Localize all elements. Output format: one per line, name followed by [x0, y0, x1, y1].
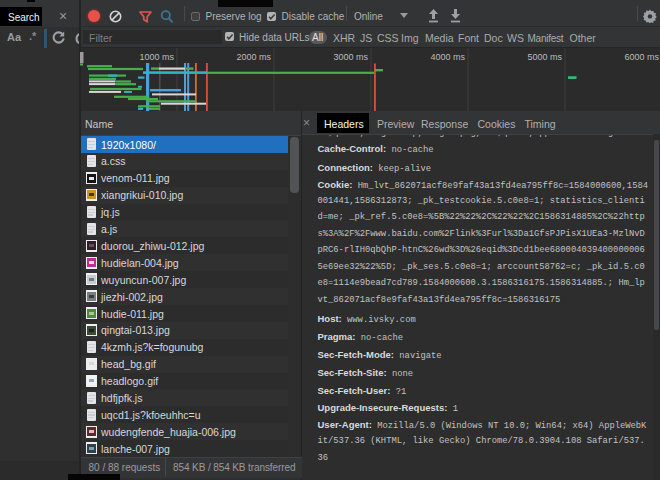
svg-text:1000 ms: 1000 ms — [139, 52, 174, 62]
svg-text:3000 ms: 3000 ms — [333, 52, 368, 62]
svg-text:4000 ms: 4000 ms — [430, 52, 465, 62]
svg-text:5000 ms: 5000 ms — [527, 52, 562, 62]
svg-text:6000 ms: 6000 ms — [624, 52, 659, 62]
svg-text:2000 ms: 2000 ms — [236, 52, 271, 62]
